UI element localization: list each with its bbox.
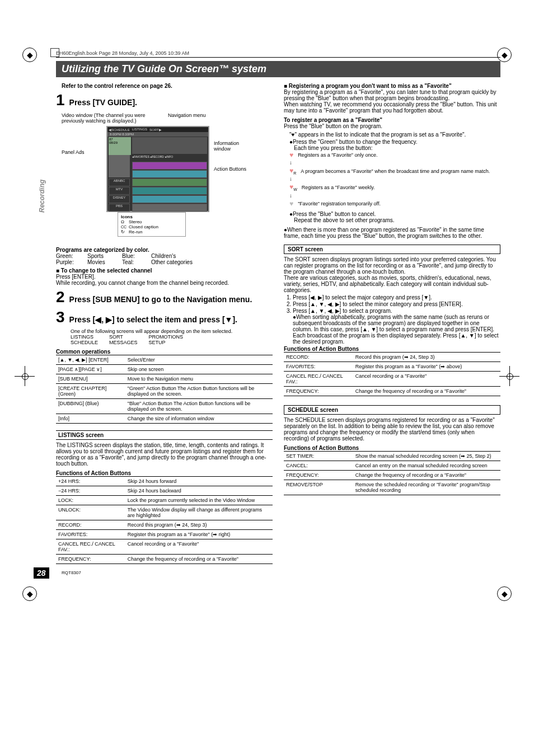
categories-heading: Programs are categorized by color. (56, 247, 273, 253)
page-number: 28 (34, 567, 49, 579)
listings-action-table: +24 HRS:Skip 24 hours forward −24 HRS:Sk… (56, 476, 273, 567)
rqt-code: RQT8307 (62, 570, 81, 575)
action-buttons-label: Action Buttons (214, 166, 253, 172)
step1-text: Press [TV GUIDE]. (69, 98, 137, 107)
listings-intro: The LISTINGS screen displays the station… (56, 442, 273, 467)
book-header: EH60English.book Page 28 Monday, July 4,… (56, 50, 500, 56)
left-column: Refer to the control reference on page 2… (56, 83, 273, 567)
icons-legend: Icons ΩStereo CCClosed caption ↻Re-run (118, 212, 186, 237)
step3-head: 3 Press [◀, ▶] to select the item and pr… (56, 308, 273, 326)
crosshair-right (503, 369, 516, 383)
change-channel-press: Press [ENTER]. (56, 274, 273, 280)
func-action-heading-left: Functions of Action Buttons (56, 470, 273, 476)
step2-head: 2 Press [SUB MENU] to go to the Navigati… (56, 288, 273, 306)
right-column: Registering a program you don't want to … (284, 83, 500, 567)
listings-heading: LISTINGS screen (56, 430, 273, 440)
crosshair-left (18, 369, 31, 383)
header-rule (56, 57, 500, 58)
heart-r-icon: ♥R (289, 167, 296, 175)
common-ops-table: [▲, ▼, ◀, ▶] [ENTER]Select/Enter [PAGE ∧… (56, 355, 273, 427)
common-ops-heading: Common operations (56, 349, 273, 355)
cat-row-2: Purple: Movies Teal: Other categories (56, 259, 273, 265)
sort-substep: ●When sorting alphabetically, programs w… (293, 314, 500, 345)
blue-cancel: ●Press the "Blue" button to cancel. (289, 211, 500, 217)
sort-intro2: There are various categories, such as mo… (284, 275, 500, 293)
tv-screen-diagram: ◀SCHEDULELISTINGSSORT▶ 8:00PM 8:30PM 870… (106, 126, 209, 212)
page-container: ◆ ◆ ◆ ◆ EH60English.book Page 28 Monday,… (0, 0, 534, 657)
fav-reg-intro: By registering a program as a "Favorite"… (284, 89, 500, 114)
nav-menu-label: Navigation menu (168, 112, 206, 118)
cat-row-1: Green: Sports Blue: Children's (56, 253, 273, 259)
step1-head: 1 Press [TV GUIDE]. (56, 91, 273, 109)
multi-fav-note: ●When there is more than one program reg… (284, 227, 500, 239)
fav-frequency-flow: ♥Registers as a "Favorite" only once. ↓ … (289, 151, 500, 208)
info-window-label: Information window (214, 140, 253, 152)
heart-off-icon: ♥ (289, 200, 293, 208)
fav-reg-heading: Registering a program you don't want to … (284, 83, 500, 89)
step2-text: Press [SUB MENU] to go to the Navigation… (69, 295, 252, 304)
step3-num: 3 (56, 308, 65, 326)
to-register-heading: To register a program as a "Favorite" (284, 117, 500, 123)
sort-intro1: The SORT screen displays program listing… (284, 256, 500, 275)
video-window-label: Video window (The channel you were previ… (62, 112, 146, 124)
reg-mark-bot-right: ◆ (497, 586, 512, 601)
panel-ads-label: Panel Ads (62, 149, 85, 155)
heart-icon: ♥ (289, 151, 293, 159)
step2-num: 2 (56, 288, 65, 306)
reg-mark-top-left: ◆ (22, 48, 37, 62)
schedule-intro: The SCHEDULE screen displays programs re… (284, 417, 500, 442)
sort-steps: Press [◀, ▶] to select the major categor… (284, 294, 500, 345)
repeat-note: Repeat the above to set other programs. (294, 217, 500, 223)
step3-text: Press [◀, ▶] to select the item and pres… (69, 315, 237, 324)
change-channel-note: While recording, you cannot change from … (56, 280, 273, 286)
heart-w-icon: ♥W (289, 183, 297, 191)
schedule-heading: SCHEDULE screen (284, 405, 500, 415)
step3-note: One of the following screens will appear… (71, 328, 273, 334)
page-title: Utilizing the TV Guide On Screen™ system (56, 61, 500, 77)
sort-action-table: RECORD:Record this program (➡ 24, Step 3… (284, 352, 500, 400)
icons-heading: Icons (121, 214, 182, 219)
change-channel-heading: To change to the selected channel (56, 267, 273, 274)
screen-list: LISTINGS SCHEDULE SORT MESSAGES PROMOTIO… (71, 334, 273, 345)
fav-icon-note: "♥" appears in the list to indicate that… (289, 132, 500, 138)
time-row: 8:00PM 8:30PM (107, 132, 208, 137)
control-ref-note: Refer to the control reference on page 2… (62, 83, 273, 89)
sort-heading: SORT screen (284, 245, 500, 254)
green-note: ●Press the "Green" button to change the … (289, 139, 500, 145)
func-action-heading-sched: Functions of Action Buttons (284, 445, 500, 451)
side-tab: Recording (38, 180, 46, 213)
reg-mark-bot-left: ◆ (22, 586, 37, 601)
func-action-heading-sort: Functions of Action Buttons (284, 346, 500, 352)
step1-num: 1 (56, 91, 65, 109)
schedule-action-table: SET TIMER:Show the manual scheduled reco… (284, 451, 500, 499)
to-register-press: Press the "Blue" button on the program. (284, 123, 500, 129)
each-time-note: Each time you press the button: (294, 145, 500, 151)
